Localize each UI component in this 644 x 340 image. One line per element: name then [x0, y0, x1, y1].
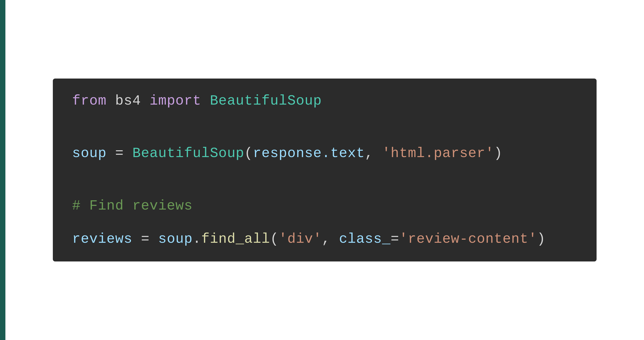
- str-review-content: 'review-content': [399, 231, 537, 247]
- var-soup-2: soup: [158, 231, 193, 247]
- class-beautifulsoup: BeautifulSoup: [210, 93, 322, 109]
- comment-find-reviews: # Find reviews: [72, 198, 192, 214]
- str-div: 'div': [279, 231, 322, 247]
- spacer-5: [72, 213, 577, 232]
- call-beautifulsoup: BeautifulSoup: [132, 146, 244, 161]
- keyword-import: import: [150, 93, 201, 109]
- keyword-from: from: [72, 93, 107, 109]
- dot-1: .: [192, 231, 201, 247]
- comma-1: ,: [365, 146, 374, 161]
- var-soup: soup: [72, 146, 107, 161]
- var-class-kwarg: class_: [339, 231, 391, 247]
- paren-open-2: (: [270, 231, 279, 247]
- comma-2: ,: [322, 231, 330, 247]
- var-reviews: reviews: [72, 231, 132, 247]
- code-block: from bs4 import BeautifulSoup soup = Bea…: [53, 79, 596, 261]
- op-assign: =: [391, 231, 399, 247]
- code-line-reviews-assignment: reviews = soup.find_all('div', class_='r…: [72, 232, 577, 246]
- op-equals-1: =: [115, 146, 124, 161]
- module-bs4: bs4: [115, 93, 141, 109]
- code-line-soup-assignment: soup = BeautifulSoup(response.text, 'htm…: [72, 146, 577, 160]
- paren-open-1: (: [244, 146, 253, 161]
- spacer-3: [72, 160, 577, 180]
- code-line-import: from bs4 import BeautifulSoup: [72, 94, 577, 108]
- paren-close-2: ): [537, 231, 546, 247]
- code-line-comment: # Find reviews: [72, 199, 577, 213]
- str-html-parser: 'html.parser': [382, 146, 494, 161]
- left-accent-bar: [0, 0, 6, 340]
- spacer-1: [72, 108, 577, 127]
- op-equals-2: =: [141, 231, 150, 247]
- spacer-2: [72, 127, 577, 146]
- var-response-text: response.text: [253, 146, 365, 161]
- func-find-all: find_all: [201, 231, 270, 247]
- spacer-4: [72, 180, 577, 199]
- page-wrapper: from bs4 import BeautifulSoup soup = Bea…: [0, 0, 644, 340]
- paren-close-1: ): [494, 146, 503, 161]
